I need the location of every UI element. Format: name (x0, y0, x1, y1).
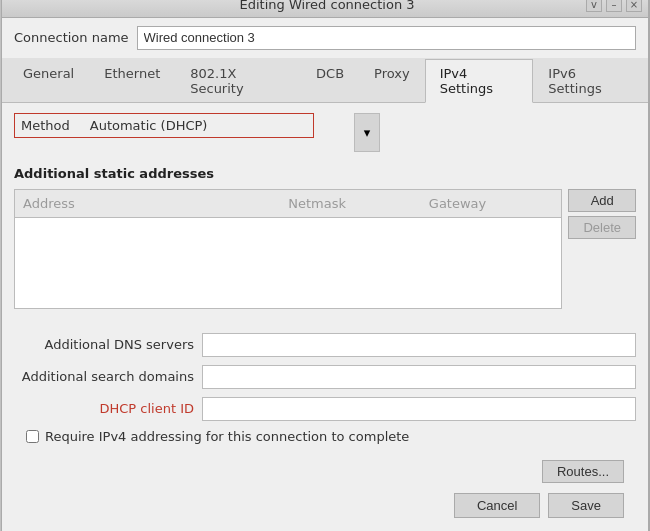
addr-area: Address Netmask Gateway Add Delete (14, 189, 636, 321)
dhcp-input[interactable] (202, 397, 636, 421)
delete-address-button[interactable]: Delete (568, 216, 636, 239)
bottom-row: Routes... (14, 454, 636, 493)
titlebar-controls: v – × (586, 0, 642, 12)
addresses-table: Address Netmask Gateway (14, 189, 562, 309)
address-column-header: Address (15, 194, 280, 213)
dhcp-label: DHCP client ID (14, 401, 194, 416)
routes-button[interactable]: Routes... (542, 460, 624, 483)
tab-security[interactable]: 802.1X Security (175, 59, 301, 103)
collapse-button[interactable]: v (586, 0, 602, 12)
addresses-header: Address Netmask Gateway (15, 190, 561, 218)
dns-input[interactable] (202, 333, 636, 357)
tabs-row: General Ethernet 802.1X Security DCB Pro… (2, 58, 648, 103)
main-window: Editing Wired connection 3 v – × Connect… (1, 0, 649, 531)
save-button[interactable]: Save (548, 493, 624, 518)
gateway-column-header: Gateway (421, 194, 562, 213)
titlebar: Editing Wired connection 3 v – × (2, 0, 648, 18)
tab-dcb[interactable]: DCB (301, 59, 359, 103)
ipv4-required-row: Require IPv4 addressing for this connect… (14, 429, 636, 444)
dns-row: Additional DNS servers (14, 333, 636, 357)
dhcp-row: DHCP client ID (14, 397, 636, 421)
tab-content-ipv4: Method Automatic (DHCP) ▾ Additional sta… (2, 103, 648, 532)
addr-buttons: Add Delete (568, 189, 636, 239)
addresses-body[interactable] (15, 218, 561, 308)
search-domains-input[interactable] (202, 365, 636, 389)
add-address-button[interactable]: Add (568, 189, 636, 212)
close-button[interactable]: × (626, 0, 642, 12)
chevron-down-icon: ▾ (364, 125, 371, 140)
dns-label: Additional DNS servers (14, 337, 194, 352)
ipv4-required-label: Require IPv4 addressing for this connect… (45, 429, 409, 444)
ipv4-required-checkbox[interactable] (26, 430, 39, 443)
method-row: Method Automatic (DHCP) (14, 113, 314, 138)
connection-name-row: Connection name (2, 18, 648, 58)
tab-ethernet[interactable]: Ethernet (89, 59, 175, 103)
minimize-button[interactable]: – (606, 0, 622, 12)
tab-general[interactable]: General (8, 59, 89, 103)
connection-name-label: Connection name (14, 30, 129, 45)
netmask-column-header: Netmask (280, 194, 421, 213)
tab-ipv4[interactable]: IPv4 Settings (425, 59, 534, 103)
tab-proxy[interactable]: Proxy (359, 59, 425, 103)
search-domains-row: Additional search domains (14, 365, 636, 389)
window-title: Editing Wired connection 3 (68, 0, 586, 12)
tab-ipv6[interactable]: IPv6 Settings (533, 59, 642, 103)
dialog-buttons-row: Cancel Save (14, 493, 636, 530)
search-domains-label: Additional search domains (14, 369, 194, 384)
method-label: Method (21, 118, 80, 133)
connection-name-input[interactable] (137, 26, 636, 50)
static-addresses-title: Additional static addresses (14, 166, 636, 181)
cancel-button[interactable]: Cancel (454, 493, 540, 518)
method-dropdown-button[interactable]: ▾ (354, 113, 380, 152)
method-value: Automatic (DHCP) (90, 118, 307, 133)
